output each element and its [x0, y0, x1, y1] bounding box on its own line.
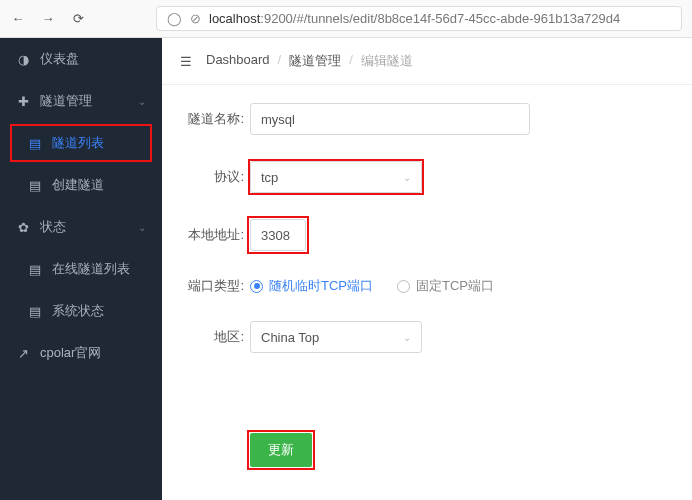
shield-icon: ◯ — [167, 11, 182, 26]
tunnel-name-input[interactable] — [250, 103, 530, 135]
sidebar-dashboard-label: 仪表盘 — [40, 50, 79, 68]
sidebar-tunnel-list[interactable]: ▤ 隧道列表 — [0, 122, 162, 164]
grid-icon: ▤ — [28, 304, 42, 319]
external-link-icon: ↗ — [16, 346, 30, 361]
region-label: 地区: — [184, 328, 250, 346]
region-value: China Top — [261, 330, 319, 345]
sidebar-online-tunnels-label: 在线隧道列表 — [52, 260, 130, 278]
gauge-icon: ◑ — [16, 52, 30, 67]
port-type-label: 端口类型: — [184, 277, 250, 295]
chevron-down-icon: ⌄ — [138, 222, 146, 233]
sidebar-system-status-label: 系统状态 — [52, 302, 104, 320]
breadcrumb-dashboard[interactable]: Dashboard — [206, 52, 270, 70]
nav-reload-icon[interactable]: ⟳ — [70, 11, 86, 26]
region-select[interactable]: China Top ⌄ — [250, 321, 422, 353]
sidebar-create-tunnel[interactable]: ▤ 创建隧道 — [0, 164, 162, 206]
radio-unchecked-icon — [397, 280, 410, 293]
sidebar-create-tunnel-label: 创建隧道 — [52, 176, 104, 194]
port-type-random-label: 随机临时TCP端口 — [269, 277, 373, 295]
protocol-select[interactable]: tcp ⌄ — [250, 161, 422, 193]
chevron-down-icon: ⌄ — [403, 332, 411, 343]
local-addr-label: 本地地址: — [184, 226, 250, 244]
lock-icon: ⊘ — [190, 11, 201, 26]
nav-forward-icon[interactable]: → — [40, 11, 56, 26]
submit-button[interactable]: 更新 — [250, 433, 312, 467]
sidebar: ◑ 仪表盘 ✚ 隧道管理 ⌄ ▤ 隧道列表 ▤ 创建隧道 ✿ 状态 ⌄ ▤ — [0, 38, 162, 500]
menu-toggle-icon[interactable]: ☰ — [180, 54, 192, 69]
sidebar-system-status[interactable]: ▤ 系统状态 — [0, 290, 162, 332]
sidebar-tunnel-mgmt-label: 隧道管理 — [40, 92, 92, 110]
chevron-down-icon: ⌄ — [403, 172, 411, 183]
port-type-fixed-label: 固定TCP端口 — [416, 277, 494, 295]
sidebar-tunnel-list-label: 隧道列表 — [52, 134, 104, 152]
breadcrumb: Dashboard / 隧道管理 / 编辑隧道 — [206, 52, 413, 70]
radio-checked-icon — [250, 280, 263, 293]
sidebar-cpolar-site-label: cpolar官网 — [40, 344, 101, 362]
list-icon: ▤ — [28, 136, 42, 151]
port-type-fixed-radio[interactable]: 固定TCP端口 — [397, 277, 494, 295]
sidebar-status[interactable]: ✿ 状态 ⌄ — [0, 206, 162, 248]
grid-icon: ▤ — [28, 262, 42, 277]
plus-circle-icon: ✚ — [16, 94, 30, 109]
url-bar[interactable]: ◯ ⊘ localhost:9200/#/tunnels/edit/8b8ce1… — [156, 6, 682, 31]
sidebar-online-tunnels[interactable]: ▤ 在线隧道列表 — [0, 248, 162, 290]
protocol-label: 协议: — [184, 168, 250, 186]
tunnel-name-label: 隧道名称: — [184, 110, 250, 128]
breadcrumb-tunnel-mgmt[interactable]: 隧道管理 — [289, 52, 341, 70]
gear-icon: ✿ — [16, 220, 30, 235]
port-type-random-radio[interactable]: 随机临时TCP端口 — [250, 277, 373, 295]
local-addr-input[interactable] — [250, 219, 306, 251]
url-text: localhost:9200/#/tunnels/edit/8b8ce14f-5… — [209, 11, 620, 26]
protocol-value: tcp — [261, 170, 278, 185]
nav-back-icon[interactable]: ← — [10, 11, 26, 26]
sidebar-status-label: 状态 — [40, 218, 66, 236]
sidebar-dashboard[interactable]: ◑ 仪表盘 — [0, 38, 162, 80]
sidebar-cpolar-site[interactable]: ↗ cpolar官网 — [0, 332, 162, 374]
breadcrumb-current: 编辑隧道 — [361, 52, 413, 70]
add-icon: ▤ — [28, 178, 42, 193]
sidebar-tunnel-mgmt[interactable]: ✚ 隧道管理 ⌄ — [0, 80, 162, 122]
chevron-down-icon: ⌄ — [138, 96, 146, 107]
